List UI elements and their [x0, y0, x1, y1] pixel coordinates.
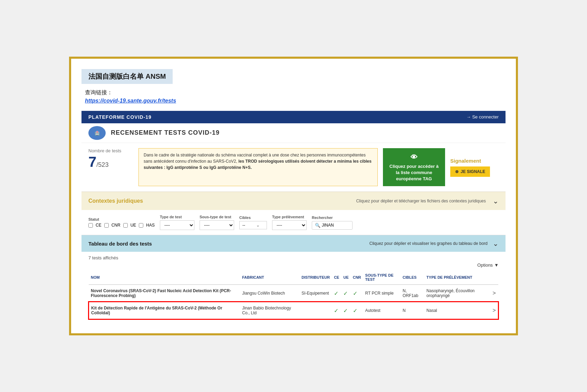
- row2-arrow[interactable]: >: [491, 302, 498, 319]
- green-cta-line1: Cliquez pour accéder à: [389, 163, 439, 170]
- cibles-label: Cibles: [239, 216, 267, 220]
- row1-type-prelevement: Nasopharyngé, Écouvillon oropharyngé: [424, 285, 491, 302]
- cibles-chevron-icon: ⌄: [256, 223, 260, 228]
- contextes-hint: Cliquez pour déplier et télécharger les …: [143, 199, 493, 203]
- type-test-select[interactable]: ----: [160, 220, 194, 230]
- cnr-check-icon-2: ✓: [353, 308, 357, 314]
- row2-fabricant: Jinan Babio Biotechnology Co., Ltd: [240, 302, 299, 319]
- cibles-filter-group: Cibles ⌄: [239, 216, 267, 229]
- row2-cnr: ✓: [351, 302, 363, 319]
- sous-type-filter-group: Sous-type de test ----: [200, 215, 234, 230]
- contextes-title: Contextes juridiques: [88, 198, 143, 204]
- query-label: 查询链接：: [85, 89, 506, 96]
- type-prelevement-label: Type prélèvement: [272, 215, 307, 219]
- green-cta-line2: la liste commune: [396, 170, 432, 176]
- filter-section: Statut CE CNR UE HAS Type de test ---- S…: [81, 210, 506, 235]
- rechercher-filter-group: Rechercher 🔍: [312, 216, 353, 230]
- page-title: 法国自测版白名单 ANSM: [88, 72, 166, 81]
- table-row: Kit de Détection Rapide de l'Antigène du…: [89, 302, 498, 319]
- statut-label: Statut: [88, 217, 155, 221]
- sous-type-label: Sous-type de test: [200, 215, 234, 219]
- cibles-input-wrapper: ⌄: [239, 221, 267, 229]
- test-count-total: /523: [96, 161, 108, 168]
- tableau-hint: Cliquez pour déplier et visualiser les g…: [152, 241, 493, 246]
- green-cta-button[interactable]: 👁 Cliquez pour accéder à la liste commun…: [383, 148, 445, 187]
- row2-nom: Kit de Détection Rapide de l'Antigène du…: [89, 302, 240, 319]
- col-header-ue: UE: [341, 270, 350, 285]
- test-count-label: Nombre de tests: [88, 148, 133, 153]
- ue-checkbox[interactable]: [123, 223, 128, 228]
- options-button[interactable]: Options ▼: [477, 262, 499, 268]
- tableau-chevron-icon[interactable]: ⌄: [493, 239, 499, 248]
- tableau-section[interactable]: Tableau de bord des tests Cliquez pour d…: [81, 235, 506, 252]
- options-row: Options ▼: [88, 262, 499, 268]
- outer-frame: 法国自测版白名单 ANSM 查询链接： https://covid-19.san…: [69, 57, 518, 336]
- row2-sous-type: Autotest: [363, 302, 401, 319]
- search-input-wrapper: 🔍: [312, 221, 353, 230]
- tableau-title: Tableau de bord des tests: [88, 241, 152, 247]
- row2-cibles: N: [401, 302, 424, 319]
- col-header-fabricant: FABRICANT: [240, 270, 299, 285]
- sous-type-select[interactable]: ----: [200, 220, 234, 230]
- has-label: HAS: [146, 223, 155, 228]
- row1-distributeur: SI-Equipement: [299, 285, 332, 302]
- search-input[interactable]: [322, 223, 349, 228]
- col-header-ce: CE: [332, 270, 341, 285]
- col-header-cibles: CIBLES: [401, 270, 424, 285]
- title-box: 法国自测版白名单 ANSM: [81, 69, 173, 84]
- type-test-label: Type de test: [160, 215, 194, 219]
- eye-icon: 👁: [411, 152, 417, 162]
- results-table: NOM FABRICANT DISTRIBUTEUR CE UE CNR SOU…: [88, 270, 499, 319]
- row2-ue: ✓: [341, 302, 350, 319]
- test-count-box: Nombre de tests 7/523: [88, 148, 133, 187]
- row2-ce: ✓: [332, 302, 341, 319]
- ue-check-icon-2: ✓: [343, 308, 348, 314]
- svg-text:🏥: 🏥: [95, 131, 100, 136]
- brand-text: Recensement tests covid-19: [111, 129, 220, 136]
- row2-type-prelevement: Nasal: [424, 302, 491, 319]
- has-checkbox[interactable]: [139, 223, 143, 228]
- type-test-filter-group: Type de test ----: [160, 215, 194, 230]
- cibles-input[interactable]: [242, 223, 256, 228]
- login-link[interactable]: → Se connecter: [466, 114, 499, 119]
- row1-fabricant: Jiangsu CoWin Biotech: [240, 285, 299, 302]
- platform-title: PLATEFORME COVID-19: [88, 114, 152, 120]
- row1-ce: ✓: [332, 285, 341, 302]
- row2-distributeur: [299, 302, 332, 319]
- col-header-distributeur: DISTRIBUTEUR: [299, 270, 332, 285]
- row1-sous-type: RT PCR simple: [363, 285, 401, 302]
- query-link[interactable]: https://covid-19.sante.gouv.fr/tests: [85, 98, 176, 104]
- row2-arrow-icon: >: [493, 307, 496, 313]
- contextes-section[interactable]: Contextes juridiques Cliquez pour déplie…: [81, 192, 506, 210]
- ue-label: UE: [131, 223, 136, 228]
- cnr-check-icon: ✓: [353, 290, 357, 296]
- results-section: 7 tests affichés Options ▼ NOM FABRICANT…: [81, 252, 506, 323]
- results-count: 7 tests affichés: [88, 255, 499, 260]
- col-header-cnr: CNR: [351, 270, 363, 285]
- signalement-box: Signalement ⊗ JE SIGNALE: [450, 148, 499, 187]
- signalement-button[interactable]: ⊗ JE SIGNALE: [450, 166, 490, 177]
- options-chevron-icon: ▼: [494, 262, 499, 268]
- cnr-checkbox[interactable]: [104, 223, 109, 228]
- signalement-label: Signalement: [450, 158, 481, 164]
- test-count-display: 7/523: [88, 155, 133, 169]
- signalement-btn-label: JE SIGNALE: [461, 169, 485, 174]
- row1-arrow[interactable]: >: [491, 285, 498, 302]
- rechercher-label: Rechercher: [312, 216, 353, 220]
- options-label: Options: [477, 262, 493, 268]
- ce-check-icon-2: ✓: [334, 308, 338, 314]
- type-prelevement-select[interactable]: ----: [272, 220, 307, 230]
- ue-check-icon: ✓: [343, 290, 348, 296]
- col-header-type-prelevement: TYPE DE PRÉLÈVEMENT: [424, 270, 491, 285]
- logo-icon: 🏥: [88, 126, 106, 140]
- header-section: 法国自测版白名单 ANSM 查询链接： https://covid-19.san…: [81, 69, 506, 104]
- col-header-action: [491, 270, 498, 285]
- table-row: Novel Coronavirus (SRAS-CoV-2) Fast Nucl…: [89, 285, 498, 302]
- signalement-icon: ⊗: [455, 169, 459, 174]
- contextes-chevron-icon[interactable]: ⌄: [493, 197, 499, 205]
- ce-checkbox[interactable]: [88, 223, 93, 228]
- type-prelevement-filter-group: Type prélèvement ----: [272, 215, 307, 230]
- row1-arrow-icon: >: [493, 290, 496, 296]
- branding-bar: 🏥 Recensement tests covid-19: [81, 123, 506, 143]
- table-header-row: NOM FABRICANT DISTRIBUTEUR CE UE CNR SOU…: [89, 270, 498, 285]
